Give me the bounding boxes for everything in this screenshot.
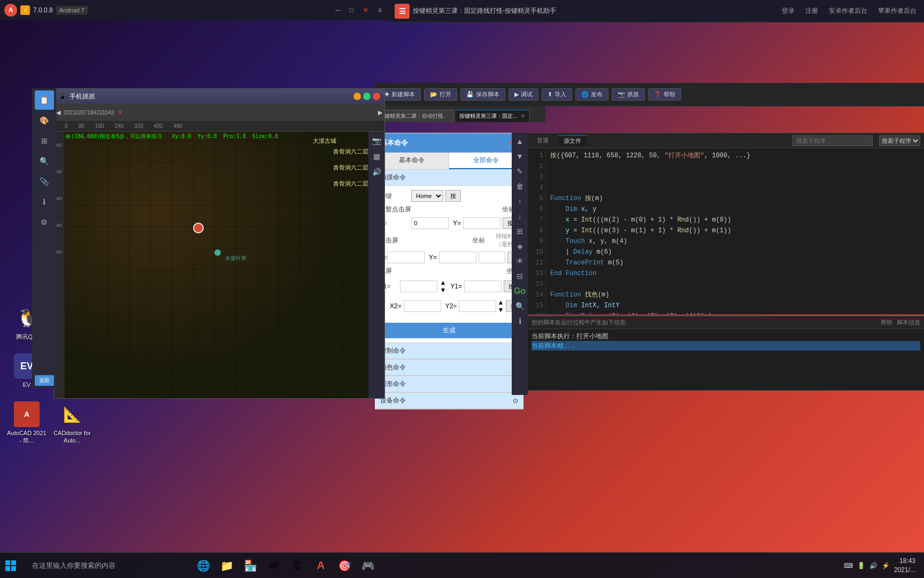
console-script-info-btn[interactable]: 脚本信息 (897, 318, 920, 326)
tool-color-icon[interactable]: 🎨 (35, 111, 54, 130)
tab-lesson2[interactable]: 按键精灵第二课：自动打怪、 (374, 110, 453, 122)
taskbar-keyboard-icon[interactable]: ⌨ (844, 562, 853, 569)
code-tab-normal[interactable]: 普通 (532, 135, 554, 146)
code-tab-source[interactable]: 源文件 (558, 135, 587, 146)
console-line1: 当前脚本执行：打开小地图 (532, 332, 609, 340)
win-maximize[interactable]: □ (345, 4, 358, 16)
capture-btn[interactable]: 📷 抓抓 (612, 88, 645, 101)
swipe-stepper-up[interactable]: ▲▼ (440, 279, 446, 294)
device-section-header[interactable]: 设备命令 ⊙ (375, 393, 523, 409)
game-map[interactable]: 大漠古城 兽骨洞六二层 兽骨洞六二层 兽骨洞六二层 木瓷叶草 标(186,600… (65, 132, 368, 398)
side-search-icon[interactable]: ◈ (513, 240, 526, 253)
side-add-icon[interactable]: ⊞ (513, 225, 526, 238)
win-more[interactable]: ≡ (374, 4, 386, 16)
taskbar-mail[interactable]: ✉ (263, 555, 284, 576)
nav-login[interactable]: 登录 (779, 4, 798, 18)
taskbar-explorer[interactable]: 📁 (216, 555, 237, 576)
click-hold-x[interactable] (387, 252, 425, 263)
swipe-x1[interactable] (400, 280, 437, 292)
publish-btn[interactable]: 🌐 发布 (575, 88, 609, 101)
swipe-y2[interactable] (459, 300, 496, 312)
side-up-icon[interactable]: ▲ (513, 135, 526, 148)
minimize-btn[interactable] (353, 93, 361, 100)
desktop-icon-autocad[interactable]: A AutoCAD 2021 - 简... (5, 401, 48, 445)
side-info-icon[interactable]: ℹ (513, 315, 526, 328)
top-logo: A (4, 4, 17, 17)
key-select[interactable]: Home 按键 (411, 190, 443, 202)
desktop-icon-caddoctor[interactable]: 📐 CADdoctor for Auto... (51, 401, 94, 445)
swipe-y1[interactable] (464, 280, 502, 292)
side-edit-icon[interactable]: ✎ (513, 165, 526, 178)
tool-info-icon[interactable]: ℹ (35, 192, 54, 211)
side-remove-icon[interactable]: ⊟ (513, 270, 526, 283)
nav-ios-admin[interactable]: 苹果作者后台 (875, 4, 920, 18)
click-hold-duration[interactable] (479, 252, 505, 263)
swipe-header: 从屏 坐标 (379, 267, 519, 276)
click-hold-y[interactable] (439, 252, 476, 263)
close-btn[interactable] (373, 93, 380, 100)
right-sound-btn[interactable]: 🔊 (369, 165, 383, 179)
maximize-btn[interactable] (363, 93, 371, 100)
right-screenshot-btn[interactable]: 📷 (369, 134, 383, 148)
camera-icon: 📷 (618, 91, 625, 98)
short-click-header: 短暂点击屏 坐标 (379, 205, 519, 214)
side-view-icon[interactable]: 👁 (513, 255, 526, 268)
win-minimize[interactable]: ─ (331, 4, 344, 16)
tool-script-icon[interactable]: 📋 (35, 90, 54, 110)
side-down-icon[interactable]: ▼ (513, 150, 526, 163)
tab-close-icon[interactable]: ✕ (521, 113, 525, 119)
command-panel-header: 基本命令 📌 (375, 133, 523, 153)
taskbar-app2[interactable]: 🎮 (357, 555, 379, 576)
touch-section-header[interactable]: 触摸命令 ▲ (375, 170, 523, 186)
taskbar: 在这里输入你要搜索的内容 🌐 📁 🏪 ✉ 🗓 A 🎯 🎮 ⌨ 🔋 🔊 ⚡ 18:… (0, 552, 924, 578)
console-help-btn[interactable]: 帮助 (881, 318, 892, 326)
taskbar-edge[interactable]: 🌐 (192, 555, 214, 576)
side-move-up-icon[interactable]: ↑ (513, 195, 526, 208)
nav-android-admin[interactable]: 安卓作者后台 (826, 4, 871, 18)
tool-find-icon[interactable]: 🔍 (35, 151, 54, 171)
save-btn[interactable]: 💾 保存脚本 (460, 88, 505, 101)
side-find-icon[interactable]: 🔍 (513, 300, 526, 313)
device-collapse-icon: ⊙ (513, 397, 518, 405)
swipe-x2[interactable] (404, 300, 441, 312)
taskbar-calendar[interactable]: 🗓 (287, 555, 308, 576)
open-btn[interactable]: 📂 打开 (424, 88, 457, 101)
click-hold-header: 点击屏 坐标 持续时间（毫秒） (379, 232, 519, 248)
tool-multi-icon[interactable]: ⊞ (35, 131, 54, 150)
generate-btn[interactable]: 生成 (379, 323, 519, 338)
shape-section-header[interactable]: 图形命令 ⊙ (375, 376, 523, 392)
scroll-left-btn[interactable]: ◀ (56, 109, 60, 116)
taskbar-volume-icon[interactable]: 🔊 (869, 562, 877, 569)
color-section-header[interactable]: 颜色命令 ⊙ (375, 360, 523, 376)
control-section-header[interactable]: 控制命令 ⊙ (375, 343, 523, 359)
taskbar-app1[interactable]: 🎯 (334, 555, 355, 576)
side-delete-icon[interactable]: 🗑 (513, 180, 526, 193)
taskbar-store[interactable]: 🏪 (240, 555, 261, 576)
tool-prop-icon[interactable]: ⚙ (35, 212, 54, 232)
win-close[interactable]: ✕ (359, 4, 373, 16)
new-icon: ✚ (384, 91, 389, 98)
swipe-stepper-y[interactable]: ▲▼ (497, 299, 504, 314)
right-panel-btn[interactable]: ▦ (369, 149, 383, 163)
tab-lesson3[interactable]: 按键精灵第三课：固定... ✕ (455, 110, 530, 122)
tab-basic-commands[interactable]: 基本命令 (375, 153, 449, 169)
import-btn[interactable]: ⬆ 导入 (542, 88, 572, 101)
tool-pick-btn[interactable]: 选取 (35, 375, 54, 386)
short-click-y[interactable] (463, 217, 500, 229)
key-confirm-btn[interactable]: 按 (445, 190, 461, 202)
code-search-input[interactable] (792, 135, 873, 146)
nav-register[interactable]: 注册 (802, 4, 821, 18)
taskbar-clock[interactable]: 18:43 2021/... (894, 557, 915, 575)
subroutine-select[interactable]: 搜索子程序 (879, 135, 920, 146)
side-go-icon[interactable]: Go (513, 285, 526, 298)
start-button[interactable] (0, 555, 21, 576)
help-btn[interactable]: ❓ 帮助 (648, 88, 681, 101)
taskbar-acrobat[interactable]: A (310, 555, 332, 576)
tool-attach-icon[interactable]: 📎 (35, 172, 54, 191)
side-move-down-icon[interactable]: ↓ (513, 210, 526, 223)
debug-btn[interactable]: ▶ 调试 (509, 88, 538, 101)
short-click-x[interactable] (411, 217, 449, 229)
code-content[interactable]: 按({607, 1118, 658, 1228, 50, "打开小地图", 10… (546, 148, 924, 314)
clear-btn[interactable]: ✕ (118, 109, 122, 116)
scroll-right-btn[interactable]: ▶ (378, 109, 382, 116)
